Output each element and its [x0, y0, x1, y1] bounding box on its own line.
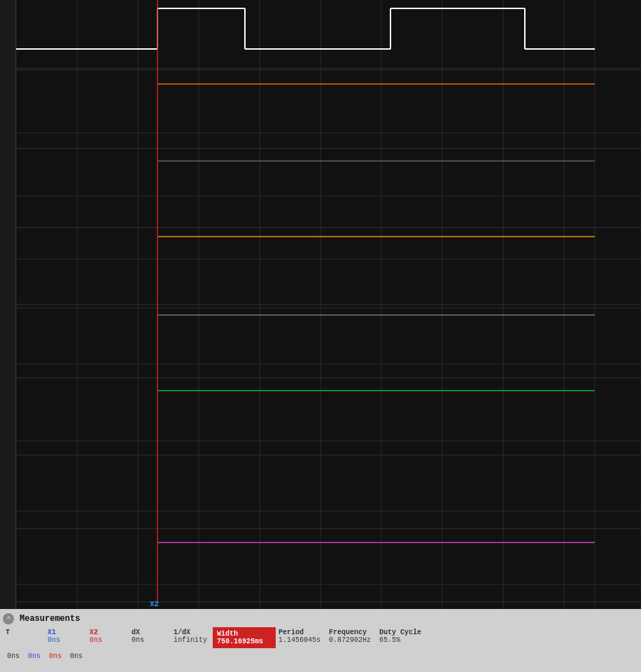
meas-item-dX: dX 0ns — [129, 627, 171, 645]
meas-value-1dX: infinity — [174, 636, 207, 644]
meas-value-dX: 0ns — [132, 636, 144, 644]
ons-item-4: 0ns — [66, 652, 87, 660]
meas-label-period: Period — [279, 629, 304, 636]
meas-item-X1: X1 0ns — [45, 627, 87, 645]
meas-value-width: 750.16925ms — [217, 638, 263, 645]
meas-value-frequency: 0.872902Hz — [329, 636, 371, 644]
meas-item-X2: X2 0ns — [87, 627, 129, 645]
meas-item-1dX: 1/dX infinity — [171, 627, 213, 645]
scope-area: X2 — [0, 0, 641, 609]
meas-item-frequency: Frequency 0.872902Hz — [326, 627, 376, 645]
ons-labels-row: 0ns 0ns 0ns 0ns — [3, 652, 638, 660]
meas-item-period: Period 1.1456045s — [276, 627, 326, 645]
meas-value-X2: 0ns — [90, 636, 102, 644]
meas-label-X1: X1 — [48, 629, 56, 636]
meas-value-duty-cycle: 65.5% — [379, 636, 400, 644]
measurements-section: ^ Measurements T X1 0ns X2 0ns dX 0ns — [3, 613, 638, 660]
measurements-title: Measurements — [20, 614, 80, 624]
measurements-header: ^ Measurements — [3, 613, 638, 624]
meas-label-T: T — [6, 629, 10, 636]
meas-label-X2: X2 — [90, 629, 98, 636]
ons-item-2: 0ns — [24, 652, 45, 660]
ons-val-2: 0ns — [28, 652, 41, 660]
ons-val-3: 0ns — [49, 652, 62, 660]
ons-val-4: 0ns — [70, 652, 83, 660]
svg-text:X2: X2 — [150, 600, 159, 608]
collapse-measurements-button[interactable]: ^ — [3, 613, 14, 624]
meas-label-dX: dX — [132, 629, 140, 636]
waveform-display: X2 — [0, 0, 641, 609]
ons-val-1: 0ns — [7, 652, 20, 660]
meas-label-frequency: Frequency — [329, 629, 367, 636]
measurements-row: T X1 0ns X2 0ns dX 0ns 1/dX infinity — [3, 627, 638, 648]
meas-item-width[interactable]: Width 750.16925ms — [213, 627, 276, 648]
meas-item-T: T — [3, 627, 45, 638]
meas-value-period: 1.1456045s — [279, 636, 320, 644]
meas-value-X1: 0ns — [48, 636, 60, 644]
left-sidebar — [0, 0, 16, 609]
meas-label-width: Width — [217, 630, 238, 638]
ons-item-3: 0ns — [45, 652, 66, 660]
meas-label-1dX: 1/dX — [174, 629, 190, 636]
ons-item-1: 0ns — [3, 652, 24, 660]
status-bar: ^ Measurements T X1 0ns X2 0ns dX 0ns — [0, 609, 641, 672]
meas-label-duty-cycle: Duty Cycle — [379, 629, 421, 636]
meas-item-duty-cycle: Duty Cycle 65.5% — [376, 627, 427, 645]
